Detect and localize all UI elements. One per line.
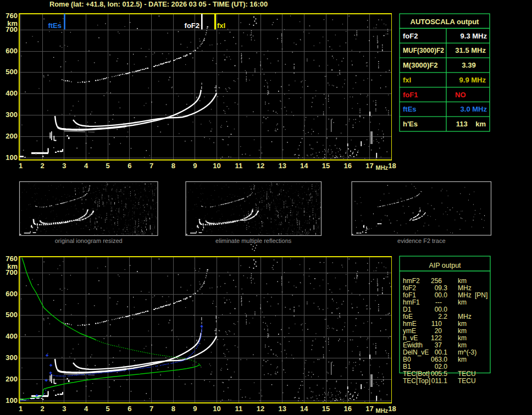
svg-text:TECU: TECU [458, 377, 476, 385]
svg-text:B1: B1 [403, 363, 411, 370]
svg-text:300: 300 [5, 353, 18, 362]
svg-text:foF1: foF1 [403, 291, 416, 299]
svg-text:AUTOSCALA output: AUTOSCALA output [411, 18, 480, 26]
svg-text:11: 11 [235, 405, 242, 413]
svg-text:hmE: hmE [403, 320, 417, 328]
svg-text:[PN]: [PN] [475, 291, 487, 299]
svg-text:km: km [458, 277, 467, 285]
svg-text:NO: NO [455, 91, 466, 99]
svg-text:.5: .5 [442, 370, 447, 378]
svg-text:.0: .0 [442, 356, 447, 363]
svg-text:063: 063 [431, 356, 442, 363]
svg-text:.3: .3 [442, 284, 447, 292]
svg-text:20: 20 [435, 327, 442, 335]
svg-text:31.5 MHz: 31.5 MHz [455, 46, 486, 54]
svg-text:4: 4 [84, 162, 88, 170]
svg-text:10: 10 [213, 405, 220, 413]
svg-text:18: 18 [388, 405, 396, 413]
svg-text:100: 100 [5, 153, 18, 162]
svg-text:2: 2 [41, 162, 45, 170]
svg-text:.1: .1 [442, 348, 447, 356]
svg-text:100: 100 [5, 396, 18, 405]
svg-text:3.39: 3.39 [462, 61, 475, 69]
svg-text:foF2: foF2 [403, 32, 418, 40]
svg-text:MHz: MHz [376, 407, 389, 414]
svg-text:8: 8 [171, 405, 175, 413]
svg-text:foF2: foF2 [185, 21, 199, 30]
svg-text:eliminate multiple reflections: eliminate multiple reflections [215, 237, 292, 244]
svg-text:12: 12 [257, 162, 264, 170]
svg-text:15: 15 [322, 405, 330, 413]
svg-text:9: 9 [193, 162, 197, 170]
svg-text:3.0 MHz: 3.0 MHz [461, 105, 487, 113]
svg-text:.0: .0 [442, 291, 447, 299]
svg-text:256: 256 [431, 277, 442, 285]
svg-text:500: 500 [5, 311, 18, 319]
svg-text:foE: foE [403, 313, 413, 320]
svg-text:5: 5 [106, 162, 110, 170]
svg-text:9: 9 [193, 405, 197, 413]
svg-text:110: 110 [431, 320, 442, 328]
svg-text:ftEs: ftEs [48, 21, 62, 30]
svg-text:hmF2: hmF2 [403, 277, 420, 285]
svg-text:evidence F2 trace: evidence F2 trace [397, 237, 445, 244]
svg-text:foF1: foF1 [403, 91, 418, 99]
svg-text:AIP output: AIP output [429, 262, 461, 269]
svg-text:m^(-3): m^(-3) [458, 348, 476, 356]
svg-text:00: 00 [435, 306, 442, 313]
svg-text:TEC[Bot]: TEC[Bot] [403, 370, 430, 378]
svg-text:17: 17 [365, 162, 373, 170]
svg-text:700: 700 [5, 25, 18, 34]
svg-text:MHz: MHz [376, 164, 389, 171]
svg-text:13: 13 [278, 405, 286, 413]
svg-text:9.9 MHz: 9.9 MHz [459, 76, 486, 84]
svg-text:09: 09 [435, 284, 442, 292]
svg-text:500: 500 [5, 68, 18, 76]
svg-text:600: 600 [5, 47, 18, 55]
svg-text:---: --- [435, 298, 442, 306]
svg-text:00: 00 [435, 348, 442, 356]
svg-text:12: 12 [257, 405, 264, 413]
svg-text:Rome (lat: +41.8, lon: 012.5): Rome (lat: +41.8, lon: 012.5) - DATE: 20… [49, 0, 268, 8]
svg-text:00: 00 [435, 291, 442, 299]
svg-text:5: 5 [106, 405, 110, 413]
svg-text:km: km [458, 320, 467, 328]
svg-text:km: km [458, 341, 467, 349]
svg-text:6: 6 [128, 162, 131, 170]
svg-text:.0: .0 [442, 306, 447, 313]
svg-text:7: 7 [149, 405, 153, 413]
svg-text:15: 15 [322, 162, 330, 170]
svg-text:10: 10 [213, 162, 220, 170]
svg-text:8: 8 [171, 162, 175, 170]
svg-text:700: 700 [5, 268, 18, 276]
svg-text:.1: .1 [442, 377, 447, 385]
svg-text:MUF(3000)F2: MUF(3000)F2 [403, 46, 444, 54]
svg-text:113 km: 113 km [456, 120, 486, 128]
svg-text:18: 18 [388, 162, 396, 170]
svg-text:B0: B0 [403, 356, 411, 363]
svg-text:D1: D1 [403, 306, 412, 313]
svg-text:37: 37 [435, 341, 442, 349]
svg-text:foF2: foF2 [403, 284, 416, 292]
svg-text:km: km [458, 356, 467, 363]
svg-text:ftEs: ftEs [403, 105, 417, 113]
svg-text:km: km [458, 334, 467, 342]
svg-text:600: 600 [5, 290, 18, 298]
svg-text:02: 02 [435, 363, 442, 370]
svg-text:6: 6 [128, 405, 131, 413]
svg-text:h_vE: h_vE [403, 334, 418, 342]
svg-text:original ionogram resized: original ionogram resized [55, 237, 123, 244]
svg-text:400: 400 [5, 332, 18, 340]
svg-text:1: 1 [19, 162, 23, 170]
svg-text:16: 16 [343, 405, 351, 413]
svg-text:9.3 MHz: 9.3 MHz [461, 32, 487, 40]
svg-text:14: 14 [300, 405, 308, 413]
svg-text:DelN_vE: DelN_vE [403, 348, 429, 356]
svg-text:fxI: fxI [217, 21, 225, 30]
svg-text:MHz: MHz [458, 313, 472, 320]
svg-text:Ewidth: Ewidth [403, 341, 423, 349]
svg-text:TECU: TECU [458, 370, 476, 378]
svg-text:005: 005 [431, 370, 442, 378]
svg-text:h'Es: h'Es [403, 120, 418, 128]
svg-text:TEC[Top]: TEC[Top] [403, 377, 430, 385]
